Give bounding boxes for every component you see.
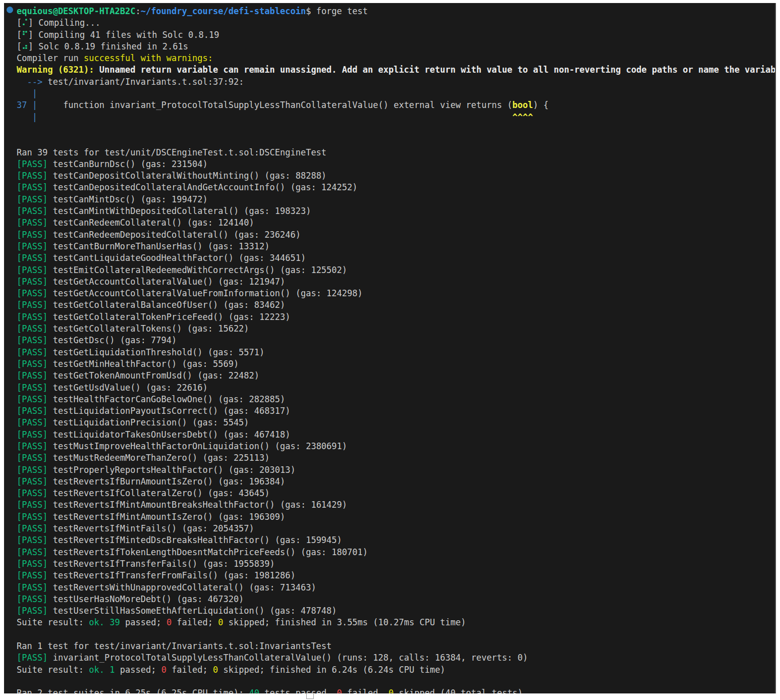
code-frame-caret-line: |^^^^ xyxy=(17,112,776,123)
suite-header-line: Ran 1 test for test/invariant/Invariants… xyxy=(17,640,776,652)
test-pass-line: [PASS] testRevertsIfTransferFromFails() … xyxy=(17,570,776,581)
test-pass-line: [PASS] testMustImproveHealthFactorOnLiqu… xyxy=(17,441,776,452)
blank-line xyxy=(17,629,776,640)
test-pass-line: [PASS] testCanMintWithDepositedCollatera… xyxy=(17,205,776,217)
test-pass-line: [PASS] testGetCollateralTokenPriceFeed()… xyxy=(17,311,776,323)
test-pass-line: [PASS] testProperlyReportsHealthFactor()… xyxy=(17,464,776,476)
test-pass-line: [PASS] testLiquidatorTakesOnUsersDebt() … xyxy=(17,429,776,441)
test-pass-line: [PASS] testCanMintDsc() (gas: 199472) xyxy=(17,194,776,205)
test-pass-line: [PASS] testGetCollateralBalanceOfUser() … xyxy=(17,299,776,311)
test-pass-line: [PASS] testCanRedeemDepositedCollateral(… xyxy=(17,229,776,241)
test-pass-line: [PASS] testCanDepositedCollateralAndGetA… xyxy=(17,182,776,193)
code-frame-source-line: 37 | function invariant_ProtocolTotalSup… xyxy=(17,99,776,111)
test-pass-line: [PASS] testLiquidationPayoutIsCorrect() … xyxy=(17,405,776,417)
terminal-window[interactable]: equious@DESKTOP-HTA2B2C:~/foundry_course… xyxy=(4,3,776,693)
test-pass-line: [PASS] testGetCollateralTokens() (gas: 1… xyxy=(17,323,776,335)
blank-line xyxy=(17,676,776,687)
test-pass-line: [PASS] testCanDepositCollateralWithoutMi… xyxy=(17,170,776,182)
suite-result-line: Suite result: ok. 1 passed; 0 failed; 0 … xyxy=(17,664,776,676)
terminal-scrollbar[interactable] xyxy=(775,3,776,693)
blank-line xyxy=(17,123,776,135)
test-pass-line: [PASS] testHealthFactorCanGoBelowOne() (… xyxy=(17,394,776,405)
terminal-cursor xyxy=(306,693,314,699)
test-pass-line: [PASS] testEmitCollateralRedeemedWithCor… xyxy=(17,264,776,276)
run-summary-line: Ran 2 test suites in 6.25s (6.25s CPU ti… xyxy=(17,687,776,693)
suite-result-line: Suite result: ok. 39 passed; 0 failed; 0… xyxy=(17,617,776,628)
warning-message-line: Warning (6321): Unnamed return variable … xyxy=(17,64,776,76)
test-pass-line: [PASS] testCanRedeemCollateral() (gas: 1… xyxy=(17,217,776,229)
shell-command-dot-icon xyxy=(7,7,13,13)
test-pass-line: [PASS] testGetDsc() (gas: 7794) xyxy=(17,335,776,346)
compiler-result-line: Compiler run successful with warnings: xyxy=(17,52,776,64)
test-pass-line: [PASS] invariant_ProtocolTotalSupplyLess… xyxy=(17,652,776,664)
test-pass-line: [PASS] testGetTokenAmountFromUsd() (gas:… xyxy=(17,370,776,382)
test-pass-line: [PASS] testRevertsWithUnapprovedCollater… xyxy=(17,582,776,594)
test-pass-line: [PASS] testUserStillHasSomeEthAfterLiqui… xyxy=(17,605,776,617)
test-pass-line: [PASS] testRevertsIfMintAmountIsZero() (… xyxy=(17,511,776,523)
test-pass-line: [PASS] testMustRedeemMoreThanZero() (gas… xyxy=(17,452,776,464)
terminal-body: equious@DESKTOP-HTA2B2C:~/foundry_course… xyxy=(17,6,776,693)
warning-file-location-line: --> test/invariant/Invariants.t.sol:37:9… xyxy=(17,76,776,88)
compile-progress-line: [⠌] Compiling... xyxy=(17,17,776,29)
prompt-line: equious@DESKTOP-HTA2B2C:~/foundry_course… xyxy=(17,6,776,17)
test-pass-line: [PASS] testRevertsIfBurnAmountIsZero() (… xyxy=(17,476,776,488)
test-pass-line: [PASS] testRevertsIfMintedDscBreaksHealt… xyxy=(17,534,776,546)
test-pass-line: [PASS] testGetUsdValue() (gas: 22616) xyxy=(17,382,776,394)
test-pass-line: [PASS] testGetAccountCollateralValueFrom… xyxy=(17,288,776,299)
test-pass-line: [PASS] testRevertsIfCollateralZero() (ga… xyxy=(17,488,776,499)
test-pass-line: [PASS] testLiquidationPrecision() (gas: … xyxy=(17,417,776,428)
code-frame-gutter-line: | xyxy=(17,88,776,99)
test-pass-line: [PASS] testGetLiquidationThreshold() (ga… xyxy=(17,347,776,358)
test-pass-line: [PASS] testCantBurnMoreThanUserHas() (ga… xyxy=(17,241,776,252)
test-pass-line: [PASS] testRevertsIfTransferFails() (gas… xyxy=(17,558,776,570)
suite-header-line: Ran 39 tests for test/unit/DSCEngineTest… xyxy=(17,147,776,158)
test-pass-line: [PASS] testCanBurnDsc() (gas: 231504) xyxy=(17,158,776,170)
test-pass-line: [PASS] testRevertsIfTokenLengthDoesntMat… xyxy=(17,547,776,558)
test-pass-line: [PASS] testRevertsIfMintFails() (gas: 20… xyxy=(17,523,776,534)
test-pass-line: [PASS] testRevertsIfMintAmountBreaksHeal… xyxy=(17,499,776,511)
test-pass-line: [PASS] testCantLiquidateGoodHealthFactor… xyxy=(17,252,776,264)
blank-line xyxy=(17,135,776,146)
test-pass-line: [PASS] testUserHasNoMoreDebt() (gas: 467… xyxy=(17,594,776,605)
compile-progress-line: [⠋] Compiling 41 files with Solc 0.8.19 xyxy=(17,29,776,41)
compile-progress-line: [⠴] Solc 0.8.19 finished in 2.61s xyxy=(17,41,776,52)
test-pass-line: [PASS] testGetAccountCollateralValue() (… xyxy=(17,276,776,288)
test-pass-line: [PASS] testGetMinHealthFactor() (gas: 55… xyxy=(17,358,776,370)
